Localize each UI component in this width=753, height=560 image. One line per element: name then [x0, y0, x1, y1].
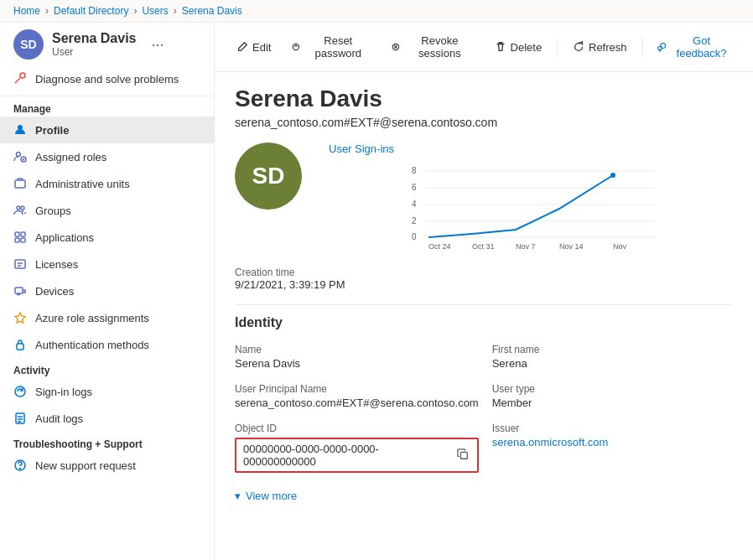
edit-button[interactable]: Edit	[228, 36, 279, 59]
svg-text:Nov 14: Nov 14	[559, 242, 584, 251]
creation-time: Creation time 9/21/2021, 3:39:19 PM	[235, 267, 733, 291]
sidebar-user-role: User	[52, 46, 137, 58]
svg-rect-9	[21, 232, 25, 236]
field-issuer-value[interactable]: serena.onmicrosoft.com	[492, 436, 733, 449]
svg-rect-8	[15, 232, 19, 236]
chart-title: User Sign-ins	[329, 143, 733, 155]
devices-icon	[13, 284, 27, 298]
sidebar-signin-logs-label: Sign-in logs	[35, 386, 92, 398]
user-signins-chart: 8 6 4 2 0 Oct 24 Oct 31 N	[329, 158, 733, 251]
svg-point-3	[17, 153, 21, 157]
view-more-button[interactable]: ▾ View more	[235, 486, 733, 502]
field-first-name-value: Serena	[492, 357, 733, 370]
assigned-roles-icon	[13, 150, 27, 163]
breadcrumb: Home › Default Directory › Users › Seren…	[0, 0, 753, 23]
edit-icon	[236, 41, 248, 53]
svg-text:8: 8	[412, 166, 417, 175]
sidebar-devices-label: Devices	[35, 285, 74, 298]
svg-point-23	[658, 46, 662, 49]
field-first-name-label: First name	[492, 344, 733, 355]
feedback-button[interactable]: Got feedback?	[649, 29, 740, 65]
delete-icon	[495, 41, 506, 53]
field-name-value: Serena Davis	[235, 357, 479, 370]
svg-text:Oct 31: Oct 31	[472, 242, 495, 251]
copy-icon	[457, 449, 469, 460]
svg-text:0: 0	[412, 232, 417, 241]
breadcrumb-default-dir[interactable]: Default Directory	[54, 5, 128, 17]
profile-icon	[13, 123, 27, 137]
sidebar-applications-label: Applications	[35, 231, 94, 244]
field-object-id: Object ID 00000000-0000-0000-0000-000000…	[235, 423, 479, 473]
svg-rect-12	[15, 260, 25, 268]
sidebar-new-support-label: New support request	[35, 459, 136, 472]
sidebar-diagnose[interactable]: Diagnose and solve problems	[0, 63, 214, 96]
reset-password-icon	[291, 41, 301, 53]
sidebar-item-signin-logs[interactable]: Sign-in logs	[0, 378, 214, 405]
diagnose-label: Diagnose and solve problems	[35, 73, 179, 86]
field-name-label: Name	[235, 344, 479, 355]
signin-logs-icon	[13, 385, 27, 398]
sidebar-item-audit-logs[interactable]: Audit logs	[0, 405, 214, 432]
svg-text:Nov: Nov	[613, 242, 627, 251]
sidebar-item-azure-roles[interactable]: Azure role assignments	[0, 304, 214, 331]
field-object-id-label: Object ID	[235, 423, 479, 434]
sidebar-item-auth-methods[interactable]: Authentication methods	[0, 331, 214, 358]
toolbar: Edit Reset password Revoke sessions Dele…	[215, 23, 753, 72]
support-icon	[13, 459, 27, 472]
sidebar-item-profile[interactable]: Profile	[0, 117, 214, 143]
refresh-button[interactable]: Refresh	[564, 36, 636, 59]
copy-object-id-button[interactable]	[455, 447, 470, 464]
sidebar-assigned-roles-label: Assigned roles	[35, 151, 106, 163]
svg-line-0	[15, 78, 20, 83]
delete-button[interactable]: Delete	[486, 36, 551, 59]
sidebar-azure-roles-label: Azure role assignments	[35, 312, 149, 324]
section-divider	[235, 304, 733, 305]
sidebar-item-groups[interactable]: Groups	[0, 197, 214, 224]
field-upn: User Principal Name serena_contoso.com#E…	[235, 383, 479, 409]
licenses-icon	[13, 257, 27, 271]
sidebar-user-name: Serena Davis	[52, 31, 137, 46]
sidebar-item-assigned-roles[interactable]: Assigned roles	[0, 143, 214, 170]
sidebar-audit-logs-label: Audit logs	[35, 412, 83, 425]
sidebar-licenses-label: Licenses	[35, 258, 78, 271]
breadcrumb-sep1: ›	[45, 5, 49, 17]
svg-rect-15	[17, 344, 23, 350]
field-first-name: First name Serena	[492, 344, 733, 370]
svg-rect-13	[15, 288, 23, 293]
azure-roles-icon	[13, 311, 27, 324]
sidebar-admin-units-label: Administrative units	[35, 178, 130, 190]
breadcrumb-users[interactable]: Users	[142, 5, 168, 17]
breadcrumb-home[interactable]: Home	[13, 5, 40, 17]
object-id-value: 00000000-0000-0000-0000-000000000000	[243, 443, 449, 468]
sidebar-profile-label: Profile	[35, 124, 69, 137]
svg-point-39	[610, 173, 615, 178]
troubleshooting-section-label: Troubleshooting + Support	[0, 432, 214, 452]
sidebar-item-licenses[interactable]: Licenses	[0, 251, 214, 277]
sidebar-item-applications[interactable]: Applications	[0, 224, 214, 251]
field-user-type-value: Member	[492, 397, 733, 409]
reset-password-button[interactable]: Reset password	[283, 29, 379, 65]
refresh-icon	[573, 41, 584, 53]
svg-rect-5	[15, 180, 25, 188]
svg-point-19	[20, 469, 21, 469]
more-options-icon[interactable]: ···	[152, 36, 164, 54]
field-name: Name Serena Davis	[235, 344, 479, 370]
breadcrumb-current: Serena Davis	[182, 5, 242, 17]
toolbar-divider	[557, 37, 558, 57]
svg-rect-10	[15, 238, 19, 242]
field-user-type-label: User type	[492, 383, 733, 395]
admin-units-icon	[13, 177, 27, 190]
sidebar-item-admin-units[interactable]: Administrative units	[0, 170, 214, 197]
svg-point-6	[17, 206, 20, 210]
revoke-sessions-icon	[391, 41, 401, 53]
activity-section-label: Activity	[0, 358, 214, 378]
profile-name: Serena Davis	[235, 86, 733, 112]
field-user-type: User type Member	[492, 383, 733, 409]
sidebar-item-devices[interactable]: Devices	[0, 277, 214, 304]
wrench-icon	[13, 71, 27, 87]
feedback-icon	[657, 41, 667, 53]
revoke-sessions-button[interactable]: Revoke sessions	[382, 29, 482, 65]
sidebar-item-new-support[interactable]: New support request	[0, 452, 214, 479]
field-upn-value: serena_contoso.com#EXT#@serena.contoso.c…	[235, 397, 479, 409]
sidebar-auth-methods-label: Authentication methods	[35, 339, 149, 351]
